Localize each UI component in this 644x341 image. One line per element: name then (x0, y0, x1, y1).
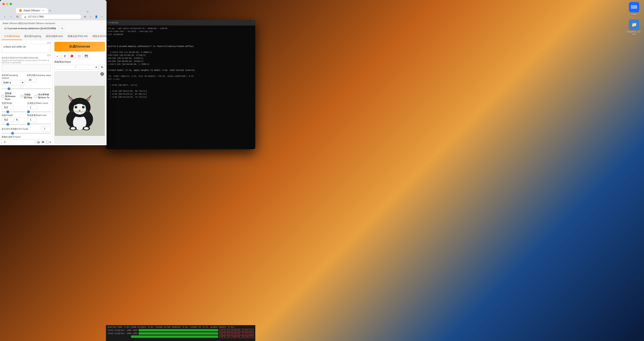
styles-refresh-button[interactable]: ↻ (99, 64, 105, 70)
dimensions-section: 宽度/Width 生成批次/Batch count (2, 101, 51, 113)
terminal-window: Terminal ⤢ nch.py --opt-split-attention-… (106, 20, 255, 149)
tab-txt2img[interactable]: 文生图/txt2img (2, 33, 22, 40)
styles-input-row: × ▾ ↻ (54, 64, 105, 70)
height-input[interactable] (2, 117, 14, 122)
batch-size-input[interactable] (27, 117, 37, 122)
sampling-steps-label: 采样步数/Sampling steps (27, 74, 51, 77)
generate-button[interactable]: 生成/Generate (54, 42, 105, 51)
width-input[interactable] (2, 105, 14, 110)
interrupt-button[interactable]: 🔴 (69, 53, 75, 59)
restore-faces-checkbox[interactable]: 面部修复/Restore faces (2, 92, 18, 100)
back-button[interactable]: ‹ (2, 14, 7, 19)
minimize-button[interactable] (6, 3, 8, 5)
browser-tab-active[interactable]: Stable Diffusion × (16, 8, 48, 13)
styles-dropdown[interactable]: × ▾ (54, 65, 98, 70)
screenshot-btn[interactable]: ⊕ (83, 14, 88, 19)
terminal-line-12: 4.52k/4.52k [00:00<00:00, 1.73MB/s] (108, 63, 254, 66)
profile-btn[interactable]: 👤 (94, 14, 98, 19)
close-image-button[interactable]: × (100, 72, 104, 76)
sampling-method-value: Euler a (4, 81, 11, 84)
save-button[interactable]: 💾 (83, 53, 90, 59)
neg-prompt-label: 反向提示词(按Ctrl+Enter或Alt+Enter生成) Negative … (2, 56, 51, 64)
cat-image (54, 71, 105, 144)
terminal-line-8: 3.97G/3.97G [11:55<00:00, 5.96MB/s] (108, 51, 254, 54)
model-label: Stable Diffusion 模型(ckpt)/Stable Diffusi… (2, 22, 104, 25)
batch-size-row (27, 117, 51, 122)
maximize-button[interactable] (10, 3, 12, 5)
tab-img2img[interactable]: 图生图/img2img (22, 33, 44, 40)
terminal-line-4: h. (108, 39, 254, 42)
prompt-input[interactable] (2, 44, 51, 53)
tabs-bar: 文生图/txt2img 图生图/img2img 附加功能/Extras 图像信息… (0, 33, 106, 40)
menu-btn[interactable]: ⋯ (99, 14, 104, 19)
seed-extra-arrow[interactable]: ▾ (50, 141, 51, 144)
traffic-lights (2, 3, 12, 5)
terminal-line-1: orch-cuda-test --no-half --use-cpu all (108, 30, 254, 33)
seed-extra-checkbox[interactable] (46, 141, 48, 143)
browser-titlebar (0, 0, 106, 8)
send-to-button[interactable]: ↙ (54, 53, 61, 59)
height-label: 高度/Height (2, 114, 13, 116)
cfg-input[interactable] (41, 126, 51, 131)
sampling-steps-slider[interactable] (2, 88, 51, 89)
batch-count-slider[interactable] (27, 111, 51, 112)
styles-label: 模板预设/Styles (54, 60, 105, 64)
model-dropdown-arrow: ▾ (55, 27, 56, 30)
tab-list-btn[interactable]: ⌄ (86, 9, 90, 13)
hires-fix-input[interactable] (35, 95, 37, 97)
batch-count-label: 生成批次/Batch count (27, 102, 48, 104)
desktop: ⌨ code 📁 fastgithub_osx-x64 Terminal ⤢ n… (0, 0, 322, 170)
hires-fix-checkbox[interactable]: 高分辨率修复/Hires. fix (35, 92, 51, 100)
styles-x-btn[interactable]: × (75, 66, 76, 69)
terminal-line-11: 905/905 [00:00<00:00, 532kB/s] (108, 60, 254, 63)
tab-close-btn[interactable]: × (42, 9, 44, 12)
height-slider[interactable] (2, 124, 26, 125)
refresh-button[interactable]: ↻ (15, 14, 20, 19)
seed-label: 图像生成种子/Seed (2, 135, 51, 138)
sampling-steps-input[interactable] (27, 78, 37, 82)
dice-button[interactable]: 🎲 (36, 139, 40, 144)
seed-section: 图像生成种子/Seed 🎲 ♻ ▾ (2, 135, 51, 144)
terminal-resize-icon[interactable]: ⤢ (252, 21, 254, 24)
batch-size-slider[interactable] (27, 124, 51, 124)
tab-checkpoint-merger[interactable]: 模型合并/Checkpoint Merger (90, 33, 106, 40)
browser-window: Stable Diffusion × + ⌄ ‹ › ↻ 🔒 127.0.0.1… (0, 0, 106, 145)
styles-section: 模板预设/Styles × ▾ ↻ (54, 60, 105, 70)
model-dropdown[interactable]: v1-5-pruned-emaonly.safetensors [6ce0161… (2, 26, 58, 31)
address-bar[interactable]: 🔒 127.0.0.1:7860 (22, 14, 81, 19)
new-tab-button[interactable]: + (48, 8, 52, 13)
batch-count-input[interactable] (27, 105, 37, 110)
tab-extras[interactable]: 附加功能/Extras (44, 33, 65, 40)
cfg-section: 提示词引导系数/CFG Scale (2, 126, 51, 134)
terminal-line-0: nch.py --opt-split-attention-v1 --medvra… (108, 27, 254, 30)
trash-button[interactable]: 🗑 (62, 53, 68, 59)
bookmark-btn[interactable]: ☆ (88, 14, 93, 19)
width-row (2, 105, 26, 110)
model-refresh-button[interactable]: ↻ (60, 26, 65, 31)
terminal-line-2: itor disabled (108, 33, 254, 36)
skip-button[interactable]: ⬜ (76, 53, 82, 59)
tab-png-info[interactable]: 图像信息/PNG Info (65, 33, 90, 40)
neg-prompt-input[interactable] (2, 64, 51, 72)
recycle-button[interactable]: ♻ (41, 139, 44, 144)
forward-button[interactable]: › (9, 14, 14, 19)
tiling-checkbox[interactable]: 无缝贴图/Tiling (21, 92, 32, 100)
terminal-line-3 (108, 36, 254, 39)
left-panel: 5/75 0/75 反向提示词(按Ctrl+Enter或Alt+Enter生成)… (0, 40, 53, 144)
svg-point-15 (76, 106, 77, 107)
address-text: 127.0.0.1:7860 (28, 15, 44, 18)
height-row: ⇅ (2, 117, 26, 122)
tiling-input[interactable] (21, 95, 23, 97)
sampling-method-select[interactable]: Euler a ▾ (2, 80, 25, 85)
prompt-counter: 5/75 (2, 42, 51, 44)
seed-input[interactable] (2, 140, 35, 144)
cfg-slider[interactable] (2, 133, 51, 134)
restore-faces-input[interactable] (2, 95, 4, 97)
styles-dropdown-arrow: ▾ (96, 66, 97, 69)
main-area: 5/75 0/75 反向提示词(按Ctrl+Enter或Alt+Enter生成)… (0, 40, 106, 144)
svg-point-17 (79, 110, 80, 111)
swap-dimensions-button[interactable]: ⇅ (14, 117, 20, 122)
svg-point-25 (84, 127, 89, 129)
width-slider[interactable] (2, 111, 26, 112)
close-button[interactable] (2, 3, 5, 5)
